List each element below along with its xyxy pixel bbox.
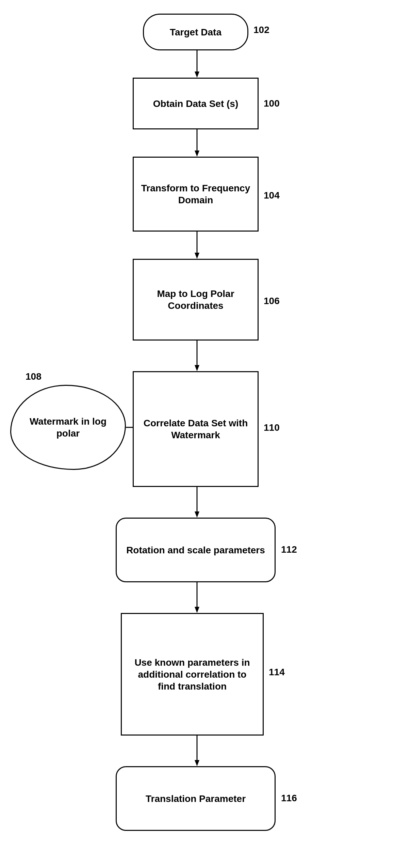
svg-marker-7 (195, 365, 199, 371)
obtain-data-label: Obtain Data Set (s) (146, 94, 245, 113)
label-108: 108 (26, 371, 42, 382)
svg-marker-11 (195, 511, 199, 518)
correlate-label: Correlate Data Set with Watermark (134, 414, 258, 444)
translation-label: Translation Parameter (139, 789, 252, 808)
map-log-node: Map to Log Polar Coordinates (133, 259, 259, 341)
transform-node: Transform to Frequency Domain (133, 157, 259, 232)
watermark-node: Watermark in log polar (10, 385, 126, 470)
svg-marker-3 (195, 151, 199, 157)
diagram-container: Target Data 102 Obtain Data Set (s) 100 … (0, 0, 394, 868)
svg-marker-1 (195, 72, 199, 78)
label-110: 110 (264, 422, 280, 433)
target-data-node: Target Data (143, 14, 248, 50)
svg-marker-15 (195, 760, 199, 766)
label-112: 112 (281, 544, 297, 555)
label-100: 100 (264, 98, 280, 109)
svg-marker-5 (195, 253, 199, 259)
translation-node: Translation Parameter (116, 766, 276, 831)
use-known-node: Use known parameters in additional corre… (121, 613, 264, 736)
correlate-node: Correlate Data Set with Watermark (133, 371, 259, 487)
label-114: 114 (269, 667, 285, 678)
rotation-label: Rotation and scale parameters (119, 541, 272, 559)
obtain-data-node: Obtain Data Set (s) (133, 78, 259, 129)
watermark-label: Watermark in log polar (11, 412, 125, 443)
rotation-node: Rotation and scale parameters (116, 518, 276, 582)
label-116: 116 (281, 793, 297, 804)
map-log-label: Map to Log Polar Coordinates (134, 284, 258, 315)
svg-marker-13 (195, 607, 199, 613)
label-106: 106 (264, 296, 280, 306)
label-104: 104 (264, 190, 280, 201)
label-102: 102 (253, 25, 269, 35)
target-data-label: Target Data (163, 23, 228, 42)
transform-label: Transform to Frequency Domain (134, 179, 258, 209)
use-known-label: Use known parameters in additional corre… (122, 653, 263, 696)
